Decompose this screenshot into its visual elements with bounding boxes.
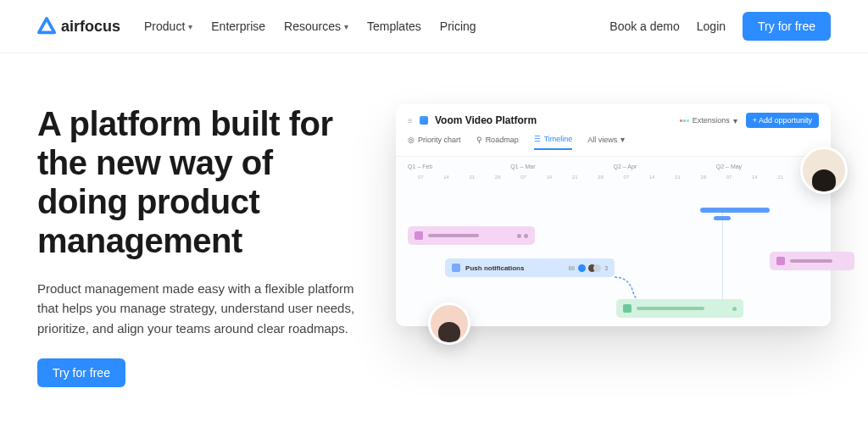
- tab-priority-chart[interactable]: ◎ Priority chart: [408, 136, 461, 149]
- header-left: airfocus Product ▾ Enterprise Resources …: [37, 17, 476, 36]
- hamburger-icon: ≡: [408, 116, 413, 125]
- timeline-card[interactable]: [616, 299, 743, 318]
- timeline-card[interactable]: [408, 226, 535, 245]
- nav-resources[interactable]: Resources ▾: [284, 19, 348, 33]
- tab-timeline[interactable]: ☰ Timeline: [534, 135, 573, 150]
- header-right: Book a demo Login Try for free: [609, 12, 831, 41]
- try-free-button[interactable]: Try for free: [743, 12, 831, 41]
- timeline-card-push-notifications[interactable]: Push notifications 66 3: [445, 258, 615, 277]
- avatar-icon: [593, 264, 601, 272]
- extensions-button[interactable]: Extensions ▾: [680, 116, 737, 125]
- logo-text: airfocus: [61, 18, 120, 36]
- timeline-card[interactable]: [770, 252, 854, 270]
- hero-cta-button[interactable]: Try for free: [37, 358, 125, 387]
- app-actions: Extensions ▾ + Add opportunity: [680, 113, 819, 128]
- count-badge: 3: [604, 265, 608, 271]
- tab-all-views[interactable]: All views ▾: [587, 135, 625, 149]
- card-color-icon: [415, 231, 423, 240]
- hero-section: A platform built for the new way of doin…: [0, 53, 868, 404]
- insight-icon: [578, 264, 586, 272]
- target-icon: ◎: [408, 136, 415, 144]
- tab-roadmap[interactable]: ⚲ Roadmap: [476, 136, 519, 149]
- roadmap-icon: ⚲: [476, 136, 482, 144]
- hero-title: A platform built for the new way of doin…: [37, 104, 370, 260]
- timeline-canvas: Q1 – Feb Q1 – Mar Q2 – Apr Q2 – May 07 1…: [396, 157, 831, 326]
- card-color-icon: [776, 257, 785, 265]
- nav-templates[interactable]: Templates: [367, 19, 421, 33]
- app-header: ≡ Voom Video Platform Extensions ▾ + Add…: [396, 104, 831, 135]
- timeline-bar[interactable]: [700, 208, 770, 213]
- logo-icon: [37, 17, 56, 36]
- timeline-icon: ☰: [534, 135, 541, 143]
- day-header: 07 14 21 28 07 14 21 28 07 14 21 28 07 1…: [408, 175, 819, 180]
- nav-enterprise[interactable]: Enterprise: [211, 19, 265, 33]
- nav-pricing[interactable]: Pricing: [440, 19, 476, 33]
- app-mockup: ≡ Voom Video Platform Extensions ▾ + Add…: [396, 104, 831, 326]
- timeline-bar[interactable]: [714, 216, 732, 220]
- book-demo-link[interactable]: Book a demo: [609, 19, 680, 33]
- grid-icon: [680, 119, 689, 122]
- app-tabs: ◎ Priority chart ⚲ Roadmap ☰ Timeline Al…: [396, 135, 831, 157]
- card-color-icon: [452, 264, 460, 272]
- main-nav: Product ▾ Enterprise Resources ▾ Templat…: [144, 19, 476, 33]
- chevron-down-icon: ▾: [188, 22, 192, 31]
- workspace-title: ≡ Voom Video Platform: [408, 114, 537, 126]
- month-header: Q1 – Feb Q1 – Mar Q2 – Apr Q2 – May: [408, 164, 819, 169]
- today-line: [722, 208, 723, 309]
- user-avatar: [800, 147, 848, 194]
- hero-illustration: ≡ Voom Video Platform Extensions ▾ + Add…: [396, 104, 831, 387]
- hero-text: A platform built for the new way of doin…: [37, 104, 370, 387]
- site-header: airfocus Product ▾ Enterprise Resources …: [0, 0, 868, 53]
- chevron-down-icon: ▾: [344, 22, 348, 31]
- login-link[interactable]: Login: [697, 19, 726, 33]
- add-opportunity-button[interactable]: + Add opportunity: [746, 113, 819, 128]
- count-badge: 66: [568, 265, 575, 271]
- workspace-icon: [420, 116, 428, 125]
- user-avatar: [428, 302, 470, 345]
- hero-subtitle: Product management made easy with a flex…: [37, 279, 370, 338]
- card-color-icon: [623, 304, 632, 313]
- nav-product[interactable]: Product ▾: [144, 19, 192, 33]
- chevron-down-icon: ▾: [620, 135, 625, 144]
- chevron-down-icon: ▾: [733, 116, 737, 125]
- logo[interactable]: airfocus: [37, 17, 120, 36]
- social-proof-heading: Trusted by product teams from all indust…: [0, 404, 868, 444]
